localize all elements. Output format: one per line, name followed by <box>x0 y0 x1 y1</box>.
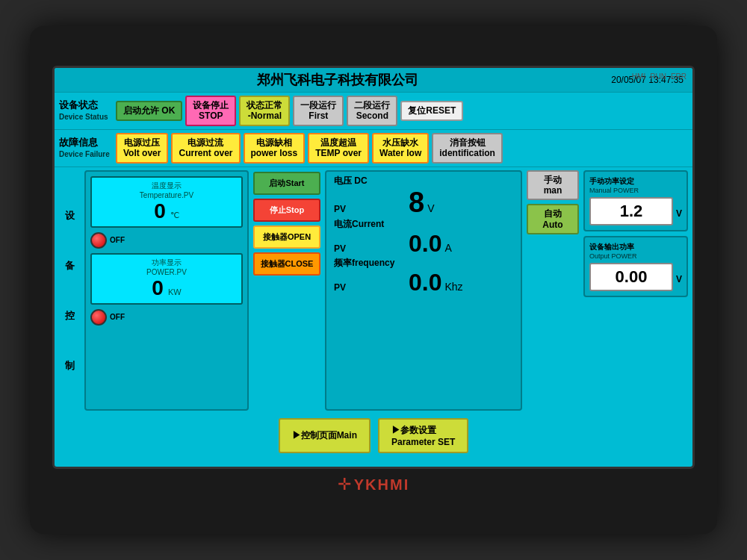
btn-current-over[interactable]: 电源过流 Current over <box>171 133 240 164</box>
device-failure-row: 故障信息 Device Failure 电源过压 Volt over 电源过流 … <box>55 130 692 167</box>
output-power-box: 设备输出功率 Output POWER 0.00 V <box>583 236 688 297</box>
off-indicator-2[interactable]: OFF <box>90 309 125 326</box>
btn-contact-open[interactable]: 接触器OPEN <box>253 225 320 249</box>
hmi-indicators: HMI RUN ERR <box>632 72 686 81</box>
header-bar: 郑州飞科电子科技有限公司 20/05/07 13:47:35 <box>55 68 692 93</box>
btn-device-stop[interactable]: 设备停止 STOP <box>185 96 236 126</box>
btn-main-page[interactable]: ▶控制页面Main <box>279 418 371 453</box>
btn-power-loss[interactable]: 电源缺相 power loss <box>244 133 306 164</box>
brand-icon: ✛ <box>338 475 351 494</box>
manual-power-box: 手动功率设定 Manual POWER 1.2 V <box>583 170 688 231</box>
current-label-row: 电流Current <box>334 220 513 228</box>
power-display-sub: POWER.PV <box>98 268 235 276</box>
btn-contact-close[interactable]: 接触器CLOSE <box>253 252 320 276</box>
off-indicator-1[interactable]: OFF <box>90 232 125 249</box>
power-value: 0 <box>152 276 164 300</box>
btn-auto[interactable]: 自动Auto <box>527 204 579 234</box>
power-display-label: 功率显示 <box>98 258 235 268</box>
btn-start-ok[interactable]: 启动允许 OK <box>116 101 182 120</box>
current-pv-row: PV 0.0 A <box>334 231 513 255</box>
temp-display-label: 温度显示 <box>98 181 235 191</box>
current-unit: A <box>444 243 451 253</box>
run-label: RUN <box>650 72 666 81</box>
output-power-sub: Output POWER <box>589 252 682 260</box>
manual-power-sub: Manual POWER <box>589 187 682 194</box>
temp-value: 0 <box>154 199 166 223</box>
freq-unit: Khz <box>444 281 462 292</box>
freq-label-row: 频率frequency <box>334 258 513 267</box>
manual-power-value[interactable]: 1.2 <box>589 197 673 225</box>
device-failure-buttons: 电源过压 Volt over 电源过流 Current over 电源缺相 po… <box>116 133 503 164</box>
readings-panel: 电压 DC PV 8 V 电流Current PV 0.0 A 频率freque… <box>325 170 522 411</box>
bottom-buttons: ▶控制页面Main ▶参数设置 Parameter SET <box>55 414 692 458</box>
power-display: 功率显示 POWER.PV 0 KW <box>90 253 243 305</box>
header-title: 郑州飞科电子科技有限公司 <box>63 71 611 89</box>
btn-param-set[interactable]: ▶参数设置 Parameter SET <box>378 418 468 453</box>
err-label: ERR <box>671 72 686 81</box>
off-label-2: OFF <box>110 313 125 321</box>
off-circle-2 <box>90 309 107 326</box>
control-vertical-label: 设 备 控 制 <box>59 170 80 411</box>
device-status-label: 设备状态 Device Status <box>59 96 113 126</box>
btn-volt-over[interactable]: 电源过压 Volt over <box>116 133 168 164</box>
btn-start[interactable]: 启动Start <box>253 172 320 195</box>
voltage-row: 电压 DC <box>334 176 513 185</box>
output-power-unit: V <box>676 274 682 284</box>
manual-power-title: 手动功率设定 <box>589 176 682 187</box>
btn-temp-over[interactable]: 温度超温 TEMP over <box>308 133 369 164</box>
output-power-title: 设备输出功率 <box>589 242 682 252</box>
voltage-unit: V <box>427 203 434 214</box>
btn-identification[interactable]: 消音按钮 identification <box>432 133 503 164</box>
device-status-buttons: 启动允许 OK 设备停止 STOP 状态正常 -Normal 一段运行 Firs… <box>116 96 463 126</box>
main-area: 设 备 控 制 温度显示 Temperature.PV 0 ℃ <box>55 167 692 414</box>
current-value: 0.0 <box>409 231 441 255</box>
device-failure-label: 故障信息 Device Failure <box>59 133 113 164</box>
off-circle-1 <box>90 232 107 249</box>
device-status-row: 设备状态 Device Status 启动允许 OK 设备停止 STOP 状态正… <box>55 93 692 130</box>
temp-unit: ℃ <box>170 211 179 220</box>
screen: HMI RUN ERR 郑州飞科电子科技有限公司 20/05/07 13:47:… <box>52 66 695 469</box>
freq-value: 0.0 <box>409 270 441 294</box>
btn-first-run[interactable]: 一段运行 First <box>293 96 344 126</box>
btn-stop[interactable]: 停止Stop <box>253 199 320 222</box>
right-panel: 手动功率设定 Manual POWER 1.2 V 设备输出功率 Output … <box>583 170 688 411</box>
btn-normal[interactable]: 状态正常 -Normal <box>239 96 290 126</box>
center-buttons: 启动Start 停止Stop 接触器OPEN 接触器CLOSE <box>253 170 320 411</box>
power-unit: KW <box>168 287 182 296</box>
device-frame: HMI RUN ERR 郑州飞科电子科技有限公司 20/05/07 13:47:… <box>30 26 717 534</box>
output-power-value: 0.00 <box>589 263 673 291</box>
freq-label: 频率frequency <box>334 258 409 267</box>
btn-manual[interactable]: 手动 man <box>527 170 579 201</box>
current-label: 电流Current <box>334 220 409 228</box>
freq-pv-row: PV 0.0 Khz <box>334 270 513 294</box>
brand-name: YKHMI <box>354 476 409 494</box>
btn-second-run[interactable]: 二段运行 Second <box>347 96 397 126</box>
voltage-pv-row: PV 8 V <box>334 188 513 217</box>
temp-display: 温度显示 Temperature.PV 0 ℃ <box>90 176 243 228</box>
temp-display-sub: Temperature.PV <box>98 191 235 199</box>
voltage-pv-label: PV <box>334 205 409 214</box>
hmi-label: HMI <box>632 72 645 81</box>
freq-pv-label: PV <box>334 283 409 292</box>
current-pv-label: PV <box>334 244 409 253</box>
voltage-value: 8 <box>409 188 424 217</box>
manual-power-unit: V <box>676 208 682 219</box>
control-panel: 温度显示 Temperature.PV 0 ℃ OFF 功率显示 POWER.P… <box>84 170 249 411</box>
voltage-label: 电压 DC <box>334 176 409 185</box>
brand-area: ✛ YKHMI <box>338 475 409 494</box>
btn-water-low[interactable]: 水压缺水 Water low <box>372 133 429 164</box>
off-label-1: OFF <box>110 236 125 244</box>
mode-buttons: 手动 man 自动Auto <box>527 170 579 411</box>
btn-reset[interactable]: 复位RESET <box>400 101 463 120</box>
